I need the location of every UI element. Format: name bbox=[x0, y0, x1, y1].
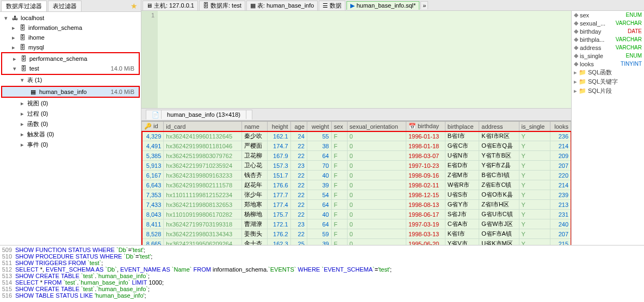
table-icon: ▦ bbox=[250, 2, 256, 9]
table-icon: ▦ bbox=[29, 88, 37, 96]
col-birthday[interactable]: 📅 birthday bbox=[406, 122, 445, 131]
db-icon: 🗄 bbox=[20, 55, 27, 62]
col-height[interactable]: height bbox=[267, 122, 290, 131]
diamond-icon: ◆ bbox=[574, 52, 578, 59]
prop-group[interactable]: ▸📁SQL关键字 bbox=[572, 77, 644, 86]
column-prop[interactable]: ◆addressVARCHAR bbox=[572, 43, 644, 52]
sql-line: 516SHOW TABLE STATUS LIKE 'human_base_in… bbox=[0, 292, 644, 299]
sql-log[interactable]: 509SHOW FUNCTION STATUS WHERE `Db`='test… bbox=[0, 245, 644, 302]
db-tree: ▾🖧 localhost ▸🗄information_schema ▸🗄ihom… bbox=[0, 12, 141, 245]
db-node[interactable]: ▸🗄ihome bbox=[1, 33, 140, 42]
tab-db-filter[interactable]: 数据库过滤器 bbox=[1, 1, 47, 11]
column-prop[interactable]: ◆birthdayDATE bbox=[572, 27, 644, 35]
play-icon: ▶ bbox=[350, 2, 355, 9]
sql-line: 512SELECT *, EVENT_SCHEMA AS `Db`, EVENT… bbox=[0, 266, 644, 273]
col-id[interactable]: 🔑 id bbox=[142, 122, 164, 131]
col-bp[interactable]: birthplace bbox=[445, 122, 479, 131]
prop-group[interactable]: ▸📁SQL函数 bbox=[572, 68, 644, 77]
columns-panel: ◆sexENUM◆sexual_...VARCHAR◆birthdayDATE◆… bbox=[571, 11, 644, 245]
table-row[interactable]: 8,411hx362427199703199318曹湖潦172.12364F01… bbox=[142, 219, 571, 229]
triggers-group[interactable]: ▸触发器 (0) bbox=[1, 129, 140, 140]
col-weight[interactable]: weight bbox=[307, 122, 331, 131]
server-icon: 🖧 bbox=[11, 14, 18, 22]
star-icon[interactable]: ★ bbox=[131, 2, 140, 10]
result-tab[interactable]: 📄 human_base_info (13×418) bbox=[146, 110, 252, 119]
db-node-test[interactable]: ▾🗄test14.0 MiB bbox=[2, 64, 139, 73]
sidebar: 数据库过滤器 表过滤器 ★ ▾🖧 localhost ▸🗄information… bbox=[0, 0, 141, 245]
table-row[interactable]: 8,043hx110109199806170282杨柳地175.72240F01… bbox=[142, 210, 571, 219]
column-prop[interactable]: ◆looksTINYINT bbox=[572, 60, 644, 68]
diamond-icon: ◆ bbox=[574, 28, 578, 35]
diamond-icon: ◆ bbox=[574, 20, 578, 27]
table-node[interactable]: ▦human_base_info14.0 MiB bbox=[2, 87, 139, 97]
db-icon: 🗄 bbox=[18, 24, 26, 32]
funcs-group[interactable]: ▸函数 (0) bbox=[1, 119, 140, 129]
db-node[interactable]: ▸🗄mysql bbox=[1, 42, 140, 52]
table-row[interactable]: 6,167hx362423199809163233钱杏齐151.72240F01… bbox=[142, 171, 571, 180]
host-icon: 🖥 bbox=[146, 2, 152, 9]
column-prop[interactable]: ◆is_singleENUM bbox=[572, 52, 644, 60]
sql-line: 514SELECT * FROM `test`.`human_base_info… bbox=[0, 279, 644, 286]
table-row[interactable]: 7,353hx110111199812152234张少年177.72254F01… bbox=[142, 190, 571, 200]
db-icon: 🗄 bbox=[203, 2, 209, 9]
server-label: localhost bbox=[21, 15, 44, 21]
tab-table-filter[interactable]: 表过滤器 bbox=[48, 1, 82, 11]
sql-line: 515SHOW CREATE TABLE `test`.`human_base_… bbox=[0, 286, 644, 292]
db-node[interactable]: ▸🗄information_schema bbox=[1, 23, 140, 33]
table-row[interactable]: 8,665hx362423199506209264金十杏162.32539F01… bbox=[142, 239, 571, 246]
sql-line: 510SHOW PROCEDURE STATUS WHERE `Db`='tes… bbox=[0, 253, 644, 260]
table-row[interactable]: 5,913hx362422199710235924卫心花157.32370F01… bbox=[142, 161, 571, 171]
sql-line: 513SHOW CREATE TABLE `test`.`human_base_… bbox=[0, 273, 644, 279]
sql-line: 511SHOW TRIGGERS FROM `test`; bbox=[0, 260, 644, 266]
views-group[interactable]: ▸视图 (0) bbox=[1, 98, 140, 109]
diamond-icon: ◆ bbox=[574, 11, 578, 18]
col-looks[interactable]: looks bbox=[550, 122, 571, 131]
db-icon: 🗄 bbox=[18, 43, 26, 51]
editor-gutter: 1 bbox=[141, 11, 158, 108]
tab-overflow[interactable]: » bbox=[420, 1, 428, 9]
tab-query[interactable]: ▶human_base_info.sql* bbox=[346, 1, 419, 10]
col-so[interactable]: sexual_orientation bbox=[347, 122, 406, 131]
col-age[interactable]: age bbox=[290, 122, 307, 131]
db-icon: 🗄 bbox=[18, 34, 26, 41]
diamond-icon: ◆ bbox=[574, 36, 578, 43]
column-prop[interactable]: ◆sexual_...VARCHAR bbox=[572, 19, 644, 27]
col-idcard[interactable]: id_card bbox=[164, 122, 242, 131]
diamond-icon: ◆ bbox=[574, 44, 578, 51]
tab-data[interactable]: ☰数据 bbox=[319, 1, 345, 10]
diamond-icon: ◆ bbox=[574, 60, 578, 67]
table-row[interactable]: 4,329hx362424199601132645秦少吹162.12455F01… bbox=[142, 131, 571, 141]
col-sg[interactable]: is_single bbox=[519, 122, 550, 131]
column-prop[interactable]: ◆sexENUM bbox=[572, 11, 644, 19]
tables-group[interactable]: ▾表 (1) bbox=[1, 75, 140, 85]
prop-group[interactable]: ▸📁SQL片段 bbox=[572, 86, 644, 96]
table-row[interactable]: 4,491hx362429199801181046严樱面174.72238F01… bbox=[142, 141, 571, 151]
data-icon: ☰ bbox=[323, 2, 328, 9]
db-node[interactable]: ▸🗄performance_schema bbox=[2, 54, 139, 64]
col-addr[interactable]: address bbox=[479, 122, 519, 131]
top-tabs: 🖥主机: 127.0.0.1 🗄数据库: test ▦表: human_base… bbox=[141, 0, 644, 11]
col-sex[interactable]: sex bbox=[331, 122, 347, 131]
sql-editor[interactable]: 1 bbox=[141, 11, 571, 109]
sql-line: 509SHOW FUNCTION STATUS WHERE `Db`='test… bbox=[0, 247, 644, 253]
tab-host[interactable]: 🖥主机: 127.0.0.1 bbox=[143, 1, 198, 10]
table-row[interactable]: 8,528hx362422199803134343姜衡头176.22259F01… bbox=[142, 229, 571, 239]
column-prop[interactable]: ◆birthpla...VARCHAR bbox=[572, 35, 644, 43]
db-icon: 🗄 bbox=[20, 65, 27, 72]
tab-database[interactable]: 🗄数据库: test bbox=[199, 1, 245, 10]
tab-table[interactable]: ▦表: human_base_info bbox=[246, 1, 318, 10]
server-node[interactable]: ▾🖧 localhost bbox=[1, 13, 140, 23]
table-row[interactable]: 6,643hx362429199802111578赵花年176.62239F01… bbox=[142, 180, 571, 190]
data-grid[interactable]: 🔑 id id_card name height age weight sex … bbox=[141, 121, 571, 245]
events-group[interactable]: ▸事件 (0) bbox=[1, 140, 140, 150]
table-row[interactable]: 5,385hx362425199803079762卫花柳167.92264F01… bbox=[142, 151, 571, 161]
col-name[interactable]: name bbox=[242, 122, 267, 131]
procs-group[interactable]: ▸过程 (0) bbox=[1, 109, 140, 119]
table-row[interactable]: 7,433hx362421199808132653郑地寒177.42264F01… bbox=[142, 200, 571, 210]
